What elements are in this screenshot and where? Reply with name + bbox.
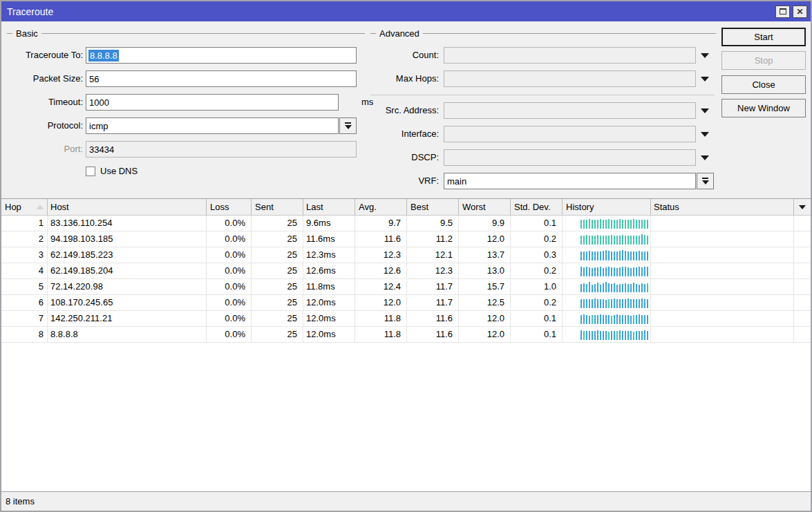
advanced-group-legend: Advanced bbox=[370, 28, 716, 39]
history-bar bbox=[589, 331, 590, 340]
history-bar bbox=[619, 219, 621, 229]
cell-status bbox=[651, 231, 794, 247]
traceroute-window: Traceroute ✕ Basic Advanced Traceroute T… bbox=[0, 0, 812, 512]
history-bar bbox=[647, 236, 648, 245]
cell-std-dev: 0.1 bbox=[511, 216, 563, 231]
cell-status bbox=[651, 295, 794, 311]
column-header-std-dev[interactable]: Std. Dev. bbox=[511, 199, 563, 215]
history-bar bbox=[597, 220, 598, 229]
history-bar bbox=[639, 251, 640, 260]
table-row[interactable]: 572.14.220.980.0%2511.8ms12.411.715.71.0 bbox=[1, 279, 811, 295]
use-dns-checkbox[interactable] bbox=[86, 167, 95, 176]
history-bar bbox=[633, 315, 634, 324]
column-select-button[interactable] bbox=[794, 199, 811, 215]
cell-sent: 25 bbox=[252, 279, 303, 295]
cell-sent: 25 bbox=[252, 311, 303, 327]
cell-last: 12.6ms bbox=[303, 263, 355, 279]
column-header-hop[interactable]: Hop bbox=[1, 199, 48, 215]
column-header-label: Avg. bbox=[359, 202, 377, 212]
table-row[interactable]: 462.149.185.2040.0%2512.6ms12.612.313.00… bbox=[1, 263, 811, 279]
history-bar bbox=[644, 315, 645, 324]
history-bar bbox=[603, 283, 604, 292]
dscp-dropdown-button[interactable] bbox=[699, 149, 710, 166]
cell-host: 72.14.220.98 bbox=[48, 279, 207, 295]
history-bar bbox=[583, 299, 585, 308]
column-header-worst[interactable]: Worst bbox=[459, 199, 511, 215]
history-bar bbox=[630, 284, 632, 292]
close-button[interactable]: Close bbox=[721, 75, 806, 94]
cell-worst: 12.0 bbox=[459, 231, 511, 247]
start-button[interactable]: Start bbox=[721, 28, 806, 46]
history-bar bbox=[608, 236, 610, 245]
interface-dropdown-button[interactable] bbox=[699, 126, 710, 142]
column-header-best[interactable]: Best bbox=[407, 199, 459, 215]
history-bar bbox=[605, 250, 607, 260]
history-bar bbox=[633, 332, 634, 340]
cell-hop: 3 bbox=[1, 247, 48, 263]
history-sparkline bbox=[563, 327, 650, 342]
column-header-sent[interactable]: Sent bbox=[252, 199, 303, 215]
column-header-history[interactable]: History bbox=[563, 199, 651, 215]
column-header-avg[interactable]: Avg. bbox=[355, 199, 407, 215]
table-row[interactable]: 294.198.103.1850.0%2511.6ms11.611.212.00… bbox=[1, 231, 811, 247]
history-bar bbox=[603, 220, 604, 229]
src-address-dropdown-button[interactable] bbox=[699, 102, 710, 119]
history-bar bbox=[625, 315, 626, 324]
history-bar bbox=[603, 236, 604, 245]
cell-loss: 0.0% bbox=[207, 295, 252, 311]
history-bar bbox=[644, 267, 645, 276]
vrf-label: VRF: bbox=[347, 173, 439, 189]
cell-hop: 2 bbox=[1, 231, 48, 247]
close-window-button[interactable]: ✕ bbox=[793, 6, 807, 18]
history-bar bbox=[641, 283, 643, 292]
count-dropdown-button[interactable] bbox=[699, 47, 710, 64]
stop-button[interactable]: Stop bbox=[721, 51, 806, 70]
column-header-status[interactable]: Status bbox=[651, 199, 794, 215]
cell-last: 11.6ms bbox=[303, 231, 355, 247]
cell-sent: 25 bbox=[252, 263, 303, 279]
max-hops-dropdown-button[interactable] bbox=[699, 70, 710, 87]
history-bar bbox=[625, 331, 626, 340]
table-row[interactable]: 7142.250.211.210.0%2512.0ms11.811.612.00… bbox=[1, 311, 811, 327]
history-bar bbox=[639, 299, 640, 308]
packet-size-field[interactable] bbox=[86, 70, 357, 87]
column-header-last[interactable]: Last bbox=[303, 199, 355, 215]
cell-last: 11.8ms bbox=[303, 279, 355, 295]
history-bar bbox=[616, 285, 618, 292]
history-bar bbox=[583, 331, 585, 340]
titlebar[interactable]: Traceroute ✕ bbox=[1, 1, 811, 21]
maximize-button[interactable] bbox=[775, 6, 790, 18]
traceroute-to-field[interactable]: 8.8.8.8 bbox=[86, 47, 357, 64]
column-header-host[interactable]: Host bbox=[48, 199, 207, 215]
cell-hop: 4 bbox=[1, 263, 48, 279]
history-bar bbox=[636, 220, 637, 229]
cell-std-dev: 0.1 bbox=[511, 311, 563, 327]
table-row[interactable]: 6108.170.245.650.0%2512.0ms12.011.712.50… bbox=[1, 295, 811, 311]
port-field bbox=[86, 141, 357, 158]
column-header-label: Loss bbox=[210, 202, 229, 212]
timeout-field[interactable] bbox=[86, 94, 339, 111]
history-bar bbox=[644, 252, 645, 260]
history-sparkline bbox=[563, 279, 650, 294]
protocol-field[interactable] bbox=[86, 117, 339, 134]
history-bar bbox=[583, 220, 585, 229]
cell-worst: 13.0 bbox=[459, 263, 511, 279]
history-bar bbox=[583, 252, 585, 260]
new-window-button[interactable]: New Window bbox=[721, 99, 806, 117]
history-bar bbox=[639, 267, 640, 276]
table-row[interactable]: 88.8.8.80.0%2512.0ms11.811.612.00.1 bbox=[1, 327, 811, 343]
history-bar bbox=[633, 267, 634, 276]
cell-best: 11.6 bbox=[407, 327, 459, 343]
cell-avg: 12.4 bbox=[355, 279, 407, 295]
vrf-field[interactable] bbox=[444, 173, 696, 189]
history-bar bbox=[647, 220, 648, 229]
table-row[interactable]: 362.149.185.2230.0%2512.3ms12.312.113.70… bbox=[1, 247, 811, 263]
column-header-label: Worst bbox=[462, 202, 486, 212]
cell-std-dev: 0.1 bbox=[511, 327, 563, 343]
cell-status bbox=[651, 263, 794, 279]
column-header-loss[interactable]: Loss bbox=[207, 199, 252, 215]
vrf-dropdown-button[interactable] bbox=[697, 173, 714, 189]
table-row[interactable]: 183.136.110.2540.0%259.6ms9.79.59.90.1 bbox=[1, 216, 811, 231]
history-bar bbox=[647, 267, 648, 276]
history-bar bbox=[603, 315, 604, 324]
